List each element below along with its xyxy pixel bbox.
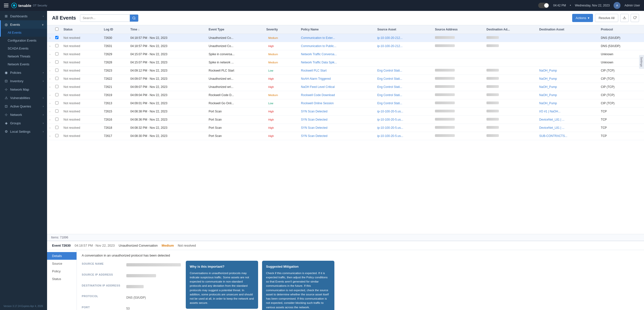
- dest-asset-link[interactable]: I/O #1 | NaOH...: [539, 110, 560, 113]
- row-dest-asset[interactable]: I/O #1 | NaOH...: [537, 108, 598, 116]
- row-expand[interactable]: ›: [47, 34, 53, 42]
- export-button[interactable]: [620, 14, 629, 22]
- row-checkbox-cell[interactable]: [53, 58, 61, 66]
- row-expand[interactable]: ›: [47, 91, 53, 99]
- table-row[interactable]: › Not resolved 72628 04:15:07 PM · Nov 2…: [47, 58, 644, 66]
- row-checkbox[interactable]: [55, 60, 58, 64]
- row-checkbox[interactable]: [55, 36, 58, 39]
- col-dest-asset[interactable]: Destination Asset: [537, 25, 598, 34]
- table-row[interactable]: › Not resolved 72619 04:09:04 PM · Nov 2…: [47, 91, 644, 99]
- detail-nav-status[interactable]: Status: [47, 275, 76, 283]
- policy-link[interactable]: Network Traffic Conversa...: [301, 52, 337, 56]
- policy-link[interactable]: Rockwell PLC Start: [301, 69, 326, 72]
- col-event-type[interactable]: Event Type: [206, 25, 264, 34]
- source-asset-link[interactable]: Eng Control Stati...: [377, 102, 402, 105]
- sidebar-item-local-settings[interactable]: ⚙ Local Settings ›: [0, 127, 47, 136]
- row-policy[interactable]: Communication to Public...: [298, 42, 375, 50]
- expand-icon[interactable]: ›: [50, 45, 50, 48]
- table-row[interactable]: › Not resolved 72630 04:18:57 PM · Nov 2…: [47, 34, 644, 42]
- row-source-asset[interactable]: ip-10-100-20-5.us...: [375, 132, 432, 140]
- row-expand[interactable]: ›: [47, 124, 53, 132]
- row-policy[interactable]: NaOH Feed Level Critical: [298, 83, 375, 91]
- row-expand[interactable]: ›: [47, 99, 53, 108]
- source-asset-link[interactable]: ip-10-100-20-5.us...: [377, 126, 403, 130]
- source-asset-link[interactable]: ip-10-100-20-5.us...: [377, 134, 403, 138]
- col-source-asset[interactable]: Source Asset: [375, 25, 432, 34]
- sidebar-item-dashboards[interactable]: ⊞ Dashboards ›: [0, 12, 47, 20]
- row-dest-asset[interactable]: NaOH_Pump: [537, 75, 598, 83]
- row-checkbox[interactable]: [55, 126, 58, 129]
- row-dest-asset[interactable]: DeviceNet_L81 | ...: [537, 116, 598, 124]
- expand-icon[interactable]: ›: [50, 135, 50, 138]
- row-dest-asset[interactable]: [537, 34, 598, 42]
- expand-icon[interactable]: ›: [50, 69, 50, 72]
- sidebar-item-all-events[interactable]: All Events: [0, 29, 47, 37]
- expand-icon[interactable]: ›: [50, 86, 50, 88]
- row-source-asset[interactable]: ip-10-100-20-5.us...: [375, 116, 432, 124]
- policy-link[interactable]: Rockwell Code Download: [301, 93, 335, 97]
- row-dest-asset[interactable]: SUB-CONTRACTS...: [537, 132, 598, 140]
- source-asset-link[interactable]: Eng Control Stati...: [377, 77, 402, 80]
- policy-link[interactable]: SYN Scan Detected: [301, 110, 328, 113]
- policy-link[interactable]: SYN Scan Detected: [301, 134, 328, 138]
- dest-asset-link[interactable]: NaOH_Pump: [539, 102, 557, 105]
- row-checkbox[interactable]: [55, 85, 58, 88]
- col-status[interactable]: Status: [61, 25, 101, 34]
- hamburger-menu[interactable]: [4, 4, 8, 7]
- expand-icon[interactable]: ›: [50, 61, 50, 64]
- row-checkbox[interactable]: [55, 134, 58, 137]
- table-row[interactable]: › Not resolved 72618 04:08:32 PM · Nov 2…: [47, 124, 644, 132]
- row-expand[interactable]: ›: [47, 66, 53, 75]
- row-source-asset[interactable]: ip-10-100-20-5.us...: [375, 124, 432, 132]
- sidebar-item-network-map[interactable]: ⊹ Network Map: [0, 85, 47, 94]
- col-protocol[interactable]: Protocol: [598, 25, 644, 34]
- policy-link[interactable]: Communication to Public...: [301, 44, 336, 48]
- sidebar-item-config-events[interactable]: Configuration Events: [0, 37, 47, 44]
- row-source-asset[interactable]: [375, 50, 432, 58]
- row-checkbox[interactable]: [55, 101, 58, 104]
- row-dest-asset[interactable]: NaOH_Pump: [537, 99, 598, 108]
- row-checkbox-cell[interactable]: [53, 66, 61, 75]
- sidebar-item-vulnerabilities[interactable]: ⚠ Vulnerabilities ›: [0, 94, 47, 102]
- policy-link[interactable]: SYN Scan Detected: [301, 118, 328, 121]
- row-dest-asset[interactable]: [537, 42, 598, 50]
- row-source-asset[interactable]: ip-10-100-20-212...: [375, 42, 432, 50]
- row-expand[interactable]: ›: [47, 50, 53, 58]
- row-dest-asset[interactable]: NaOH_Pump: [537, 91, 598, 99]
- row-checkbox[interactable]: [55, 68, 58, 72]
- col-source-address[interactable]: Source Address: [432, 25, 484, 34]
- detail-nav-details[interactable]: Details: [47, 252, 76, 260]
- table-row[interactable]: › Not resolved 72615 04:08:38 PM · Nov 2…: [47, 108, 644, 116]
- row-policy[interactable]: Network Traffic Data Spik...: [298, 58, 375, 66]
- detail-nav-policy[interactable]: Policy: [47, 268, 76, 275]
- row-checkbox-cell[interactable]: [53, 99, 61, 108]
- row-dest-asset[interactable]: [537, 58, 598, 66]
- row-checkbox-cell[interactable]: [53, 132, 61, 140]
- select-all-checkbox[interactable]: [55, 28, 58, 31]
- source-asset-link[interactable]: Eng Control Stati...: [377, 93, 402, 97]
- expand-icon[interactable]: ›: [50, 37, 50, 39]
- source-asset-link[interactable]: ip-10-100-20-5.us...: [377, 110, 403, 113]
- row-checkbox[interactable]: [55, 77, 58, 80]
- source-asset-link[interactable]: Eng Control Stati...: [377, 85, 402, 89]
- source-asset-link[interactable]: ip-10-100-20-212...: [377, 44, 402, 48]
- table-row[interactable]: › Not resolved 72617 04:08:30 PM · Nov 2…: [47, 132, 644, 140]
- row-checkbox-cell[interactable]: [53, 75, 61, 83]
- sidebar-item-active-queries[interactable]: ⊡ Active Queries ›: [0, 102, 47, 110]
- search-button[interactable]: [130, 14, 138, 22]
- row-dest-asset[interactable]: NaOH_Pump: [537, 83, 598, 91]
- row-checkbox-cell[interactable]: [53, 50, 61, 58]
- theme-toggle[interactable]: [538, 3, 549, 8]
- dest-asset-link[interactable]: DeviceNet_L81 | ...: [539, 118, 564, 121]
- sidebar-item-groups[interactable]: ◈ Groups ›: [0, 119, 47, 127]
- sidebar-item-network[interactable]: ⊹ Network ›: [0, 110, 47, 119]
- row-policy[interactable]: Rockwell Code Download: [298, 91, 375, 99]
- row-checkbox[interactable]: [55, 52, 58, 56]
- row-policy[interactable]: SYN Scan Detected: [298, 132, 375, 140]
- sidebar-item-events[interactable]: ◎ Events ∨: [0, 20, 47, 29]
- row-checkbox-cell[interactable]: [53, 34, 61, 42]
- policy-link[interactable]: NoAH Alarm Triggered: [301, 77, 331, 80]
- detail-nav-source[interactable]: Source: [47, 260, 76, 268]
- row-checkbox[interactable]: [55, 44, 58, 47]
- row-dest-asset[interactable]: NaOH_Pump: [537, 66, 598, 75]
